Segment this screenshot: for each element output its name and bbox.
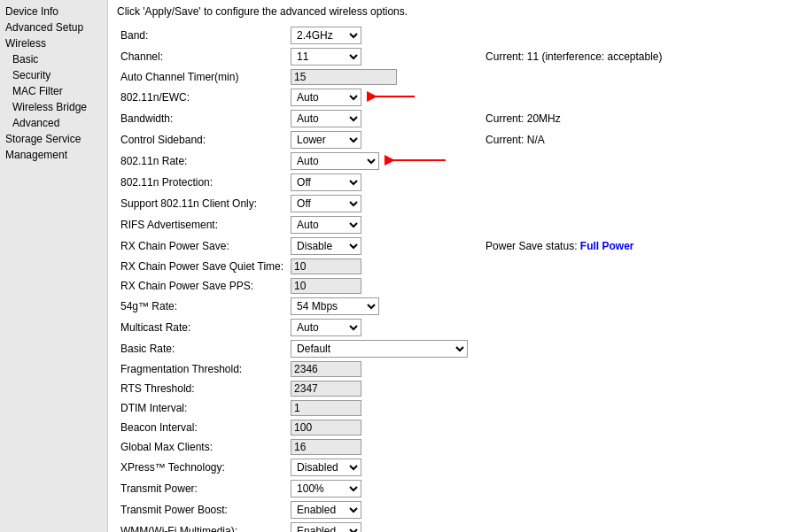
rate-info: [482, 150, 791, 172]
row-basic-rate: Basic Rate: Default All 1-2Mbps: [117, 338, 791, 359]
rx-quiet-value-cell: [287, 257, 482, 276]
row-beacon: Beacon Interval:: [117, 418, 791, 437]
frag-label: Fragmentation Threshold:: [117, 359, 287, 379]
rts-label: RTS Threshold:: [117, 379, 287, 398]
control-sideband-current: Current: N/A: [482, 129, 791, 150]
sidebar-storage[interactable]: Storage Service: [0, 131, 107, 147]
channel-select[interactable]: 11 Auto: [291, 48, 361, 66]
global-max-label: Global Max Clients:: [117, 437, 287, 457]
auto-channel-value-cell: [287, 67, 482, 87]
main-content: Click 'Apply/Save' to configure the adva…: [108, 0, 800, 532]
row-channel: Channel: 11 Auto Current: 11 (interferen…: [117, 46, 791, 67]
rx-pps-value-cell: [287, 276, 482, 296]
tx-power-boost-select[interactable]: Enabled Disabled: [291, 501, 361, 519]
frag-info: [482, 359, 791, 379]
auto-channel-info: [482, 67, 791, 87]
settings-table: Band: 2.4GHz 5GHz Channel: 11 Auto: [117, 25, 791, 532]
g54-value-cell: 54 Mbps Auto: [287, 296, 482, 317]
rx-quiet-info: [482, 257, 791, 276]
global-max-input[interactable]: [291, 439, 361, 455]
row-ewc: 802.11n/EWC: Auto On Off: [117, 87, 791, 108]
beacon-label: Beacon Interval:: [117, 418, 287, 437]
g54-info: [482, 296, 791, 317]
auto-channel-label: Auto Channel Timer(min): [117, 67, 287, 87]
protection-value-cell: Off On: [287, 172, 482, 193]
xpress-select[interactable]: Disabled Enabled: [291, 459, 361, 476]
ewc-label: 802.11n/EWC:: [117, 87, 287, 108]
dtim-value-cell: [287, 398, 482, 418]
sidebar-device-info[interactable]: Device Info: [0, 4, 107, 19]
global-max-info: [482, 437, 791, 457]
page-description: Click 'Apply/Save' to configure the adva…: [117, 5, 791, 18]
protection-info: [482, 172, 791, 193]
tx-power-select[interactable]: 100% 75% 50% 25%: [291, 480, 361, 497]
basic-rate-info: [482, 338, 791, 359]
control-sideband-value-cell: Lower Upper: [287, 129, 482, 150]
tx-power-boost-value-cell: Enabled Disabled: [287, 499, 482, 520]
bandwidth-value-cell: Auto 20MHz 40MHz: [287, 108, 482, 129]
auto-channel-input[interactable]: [291, 69, 397, 85]
beacon-info: [482, 418, 791, 437]
frag-input[interactable]: [291, 361, 361, 377]
tx-power-info: [482, 478, 791, 499]
rts-value-cell: [287, 379, 482, 398]
rate-select[interactable]: Auto: [291, 152, 379, 170]
rx-pps-input[interactable]: [291, 278, 361, 294]
multicast-info: [482, 317, 791, 338]
sidebar-wireless[interactable]: Wireless: [0, 35, 107, 51]
row-auto-channel: Auto Channel Timer(min): [117, 67, 791, 87]
rate-value-cell: Auto: [287, 150, 482, 172]
rts-info: [482, 379, 791, 398]
ewc-info: [482, 87, 791, 108]
rx-power-save-select[interactable]: Disable Enable: [291, 237, 361, 255]
global-max-value-cell: [287, 437, 482, 457]
multicast-select[interactable]: Auto: [291, 319, 361, 336]
protection-select[interactable]: Off On: [291, 173, 361, 191]
g54-label: 54g™ Rate:: [117, 296, 287, 317]
dtim-label: DTIM Interval:: [117, 398, 287, 418]
band-select[interactable]: 2.4GHz 5GHz: [291, 27, 361, 44]
channel-current: Current: 11 (interference: acceptable): [482, 46, 791, 67]
control-sideband-select[interactable]: Lower Upper: [291, 131, 361, 149]
rx-quiet-input[interactable]: [291, 258, 361, 274]
dtim-input[interactable]: [291, 400, 361, 416]
row-rate: 802.11n Rate: Auto: [117, 150, 791, 172]
bandwidth-select[interactable]: Auto 20MHz 40MHz: [291, 110, 361, 127]
sidebar-security[interactable]: Security: [0, 67, 107, 83]
support-label: Support 802.11n Client Only:: [117, 193, 287, 214]
row-tx-power-boost: Transmit Power Boost: Enabled Disabled: [117, 499, 791, 520]
sidebar-basic[interactable]: Basic: [0, 51, 107, 67]
bandwidth-current: Current: 20MHz: [482, 108, 791, 129]
sidebar-wireless-bridge[interactable]: Wireless Bridge: [0, 99, 107, 115]
sidebar-management[interactable]: Management: [0, 147, 107, 163]
support-info: [482, 193, 791, 214]
rts-input[interactable]: [291, 381, 361, 397]
rx-quiet-label: RX Chain Power Save Quiet Time:: [117, 257, 287, 276]
xpress-info: [482, 457, 791, 478]
rx-power-save-status: Power Save status: Full Power: [482, 235, 791, 257]
wmm-label: WMM(Wi-Fi Multimedia):: [117, 520, 287, 532]
control-sideband-label: Control Sideband:: [117, 129, 287, 150]
sidebar-advanced-setup[interactable]: Advanced Setup: [0, 19, 107, 35]
basic-rate-select[interactable]: Default All 1-2Mbps: [291, 340, 468, 358]
tx-power-boost-label: Transmit Power Boost:: [117, 499, 287, 520]
power-save-full: Full Power: [580, 240, 634, 252]
tx-power-boost-info: [482, 499, 791, 520]
support-select[interactable]: Off On: [291, 195, 361, 212]
g54-select[interactable]: 54 Mbps Auto: [291, 297, 379, 315]
sidebar-advanced[interactable]: Advanced: [0, 115, 107, 131]
ewc-select[interactable]: Auto On Off: [291, 89, 361, 106]
ewc-value-cell: Auto On Off: [287, 87, 482, 108]
wmm-select[interactable]: Enabled Disabled: [291, 522, 361, 532]
xpress-value-cell: Disabled Enabled: [287, 457, 482, 478]
beacon-value-cell: [287, 418, 482, 437]
row-multicast: Multicast Rate: Auto: [117, 317, 791, 338]
wmm-value-cell: Enabled Disabled: [287, 520, 482, 532]
arrow-ewc: [367, 89, 416, 107]
beacon-input[interactable]: [291, 420, 361, 436]
rifs-select[interactable]: Auto On Off: [291, 216, 361, 234]
basic-rate-value-cell: Default All 1-2Mbps: [287, 338, 482, 359]
rate-label: 802.11n Rate:: [117, 150, 287, 172]
multicast-label: Multicast Rate:: [117, 317, 287, 338]
sidebar-mac-filter[interactable]: MAC Filter: [0, 83, 107, 99]
